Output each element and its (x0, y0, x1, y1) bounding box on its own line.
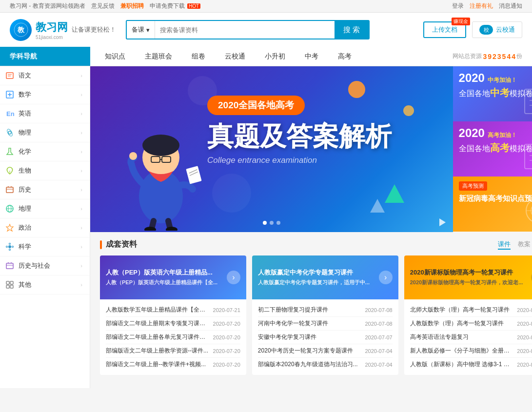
sidebar-item-lishi[interactable]: 历史 › (0, 180, 90, 199)
search-button[interactable]: 搜 索 (335, 21, 369, 39)
sidebar-item-lishi-shehui[interactable]: 历史与社会 › (0, 256, 90, 275)
card-1-item-2[interactable]: 部编语文二年级上册期末专项复习课件... 2020-07-20 (106, 317, 240, 331)
register-link[interactable]: 注册有礼 (470, 2, 493, 10)
qita-icon (5, 280, 15, 290)
card-2-item-2[interactable]: 河南中考化学一轮复习课件 2020-07-08 (258, 317, 393, 331)
card-1-arrow[interactable]: › (227, 271, 240, 284)
banner2-label: 高考加油！ (488, 131, 517, 139)
sidebar-item-huaxue[interactable]: 化学 › (0, 142, 90, 161)
sidebar-item-qita[interactable]: 其他 › (0, 275, 90, 294)
sidebar-item-yuwen[interactable]: 语文 › (0, 66, 90, 85)
svg-rect-30 (10, 281, 13, 284)
banner-next-arrow[interactable] (439, 218, 446, 226)
svg-rect-45 (525, 89, 532, 114)
sidebar-item-dili[interactable]: 地理 › (0, 199, 90, 218)
card-2[interactable]: 人教版赢定中考化学专题复习课件 人教版赢定中考化学专题复习课件，适用于中... … (252, 255, 398, 375)
sidebar-item-yingyu[interactable]: En 英语 › (0, 104, 90, 123)
svg-point-23 (6, 246, 8, 248)
nav-item-compose[interactable]: 组卷 (182, 47, 215, 66)
nav-item-theme[interactable]: 主题班会 (135, 47, 182, 66)
card-1-item-5[interactable]: 部编语文二年级上册--教学课件+视频... 2020-07-20 (106, 358, 240, 371)
sidebar-label-yingyu: 英语 (19, 109, 77, 118)
lishi-shehui-icon (5, 261, 15, 271)
arrow-icon-shengwu: › (80, 168, 82, 174)
banner-dot-2[interactable] (270, 221, 274, 225)
top-bar: 教习网 - 教育资源网站领跑者 意见反馈 兼职招聘 申请免费下载 HOT 登录 … (0, 0, 532, 13)
banner-arrow (439, 218, 446, 226)
card-3[interactable]: 2020新课标版物理高考一轮复习课件 2020新课标版物理高考一轮复习课件，欢迎… (404, 255, 532, 375)
card-2-item-1[interactable]: 初二下册物理复习提升课件 2020-07-08 (258, 303, 393, 317)
nav-items: 知识点 主题班会 组卷 云校通 小升初 中考 高考 (90, 47, 453, 66)
login-link[interactable]: 登录 (452, 2, 464, 10)
stat-num-7: 4 (512, 53, 515, 60)
right-banner-1-content: 2020 中考加油！ 全国各地中考模拟卷 (453, 66, 532, 104)
nav-item-cloud[interactable]: 云校通 (215, 47, 255, 66)
sidebar-item-shengwu[interactable]: 生物 › (0, 161, 90, 180)
logo-area: 教 教习网 51jiaoxi.com 让备课更轻松！ (10, 19, 116, 41)
sidebar-item-kexue[interactable]: 科学 › (0, 237, 90, 256)
svg-rect-12 (6, 187, 13, 193)
card-2-item-5[interactable]: 部编版本2020春九年级道德与法治习... 2020-07-04 (258, 358, 393, 371)
card-1[interactable]: 人教（PEP）版英语六年级上册精品... 人教（PEP）版英语六年级上册精品课件… (100, 255, 246, 375)
upload-btn-wrap: 赚现金 上传文档 (423, 21, 466, 38)
card-1-title: 人教（PEP）版英语六年级上册精品... 人教（PEP）版英语六年级上册精品课件… (106, 268, 227, 287)
card-1-item-4[interactable]: 部编版语文二年级上册教学资源--课件... 2020-07-20 (106, 344, 240, 358)
parttime-link[interactable]: 兼职招聘 (120, 2, 144, 10)
arrow-icon-qita: › (80, 282, 82, 288)
right-banner-gaokao[interactable]: 2020 高考加油！ 全国各地高考模拟卷 (453, 121, 532, 177)
feedback-link[interactable]: 意见反馈 (91, 2, 115, 10)
stat-num-1: 3 (483, 53, 487, 60)
cloud-button[interactable]: 校 云校通 (472, 21, 522, 38)
tab-jiaoan[interactable]: 教案 (518, 240, 531, 250)
stat-num-5: 5 (502, 53, 506, 60)
huaxue-icon (5, 147, 15, 157)
card-3-item-4[interactable]: 新人教版必修一《分子与细胞》全册课... 2020-05-28 (410, 344, 532, 358)
arrow-icon-huaxue: › (80, 149, 82, 155)
right-banners: 2020 中考加油！ 全国各地中考模拟卷 (453, 66, 532, 232)
sidebar-item-zhengzhi[interactable]: 政治 › (0, 218, 90, 237)
banner1-title: 全国各地中考模拟卷 (459, 86, 532, 99)
nav-item-xiaoshengchu[interactable]: 小升初 (255, 47, 295, 66)
sidebar-item-shuxue[interactable]: 数学 › (0, 85, 90, 104)
search-category[interactable]: 备课 ▾ (127, 21, 155, 39)
svg-text:教: 教 (17, 26, 25, 34)
arrow-icon-dili: › (80, 206, 82, 212)
card-1-item-1[interactable]: 人教版数学五年级上册精品课件【全册】 2020-07-21 (106, 303, 240, 317)
card-3-item-3[interactable]: 高考英语语法专题复习 2020-06-03 (410, 331, 532, 344)
sidebar-label-dili: 地理 (19, 204, 77, 213)
nav-item-zhongkao[interactable]: 中考 (295, 47, 328, 66)
card-2-arrow[interactable]: › (379, 271, 393, 284)
banner-dot-3[interactable] (276, 221, 280, 225)
nav-item-knowledge[interactable]: 知识点 (95, 47, 135, 66)
svg-rect-32 (10, 285, 13, 288)
sidebar-label-yuwen: 语文 (19, 71, 77, 80)
main-banner[interactable]: 2020全国各地高考 真题及答案解析 College entrance exam… (90, 66, 453, 232)
sidebar-label-shuxue: 数学 (19, 90, 77, 99)
message-link[interactable]: 消息通知 (499, 2, 522, 10)
card-2-item-4[interactable]: 2020中考历史一轮复习方案专题课件 2020-07-04 (258, 344, 393, 358)
banner-content: 2020全国各地高考 真题及答案解析 College entrance exam… (207, 96, 392, 165)
card-1-item-3[interactable]: 部编语文二年级上册各单元复习课件合集 2020-07-20 (106, 331, 240, 344)
logo-icon: 教 (10, 19, 32, 41)
search-input[interactable] (155, 21, 335, 39)
card-3-item-5[interactable]: 人教版（新课标）高中物理 选修3-1 全... 2020-05-28 (410, 358, 532, 371)
banner-dot-1[interactable] (263, 221, 267, 225)
tab-kejian[interactable]: 课件 (498, 240, 511, 250)
banner-title: 真题及答案解析 (207, 122, 392, 151)
sidebar-item-wuli[interactable]: 物理 › (0, 123, 90, 142)
card-3-item-2[interactable]: 人教版数学（理）高考一轮复习课件 2020-06-19 (410, 317, 532, 331)
sidebar-label-lishi-shehui: 历史与社会 (19, 261, 77, 270)
top-bar-right: 登录 注册有礼 消息通知 (452, 2, 522, 10)
svg-rect-40 (186, 166, 201, 184)
right-banner-zhongkao[interactable]: 2020 中考加油！ 全国各地中考模拟卷 (453, 66, 532, 121)
card-2-item-3[interactable]: 安徽中考化学复习课件 2020-07-07 (258, 331, 393, 344)
zhengzhi-icon (5, 223, 15, 233)
freedownload-link[interactable]: 申请免费下载 HOT (150, 2, 200, 10)
right-banner-yuce[interactable]: 高考预测 新冠病毒高考知识点预测 (453, 177, 532, 232)
section-header: 成套资料 课件 教案 试卷 (100, 239, 532, 250)
card-2-title: 人教版赢定中考化学专题复习课件 人教版赢定中考化学专题复习课件，适用于中... (258, 268, 379, 287)
nav-item-gaokao[interactable]: 高考 (328, 47, 361, 66)
card-2-banner: 人教版赢定中考化学专题复习课件 人教版赢定中考化学专题复习课件，适用于中... … (252, 255, 398, 299)
nav-subject: 学科导航 (0, 47, 90, 66)
card-3-item-1[interactable]: 北师大版数学（理）高考一轮复习课件 2020-06-19 (410, 303, 532, 317)
